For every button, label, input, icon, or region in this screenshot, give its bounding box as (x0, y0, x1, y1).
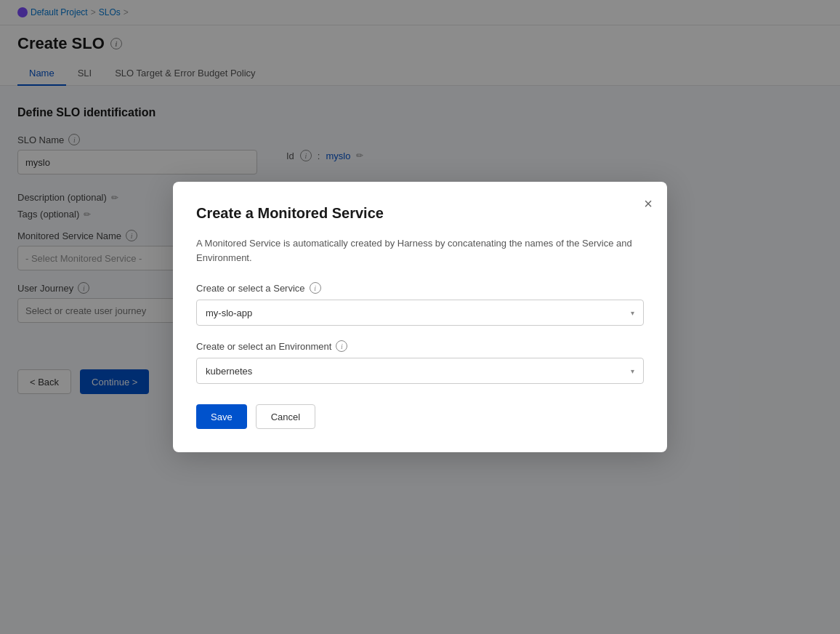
modal-title: Create a Monitored Service (196, 205, 644, 222)
modal: × Create a Monitored Service A Monitored… (173, 182, 667, 452)
modal-service-select[interactable]: my-slo-app ▾ (196, 300, 644, 326)
modal-environment-label: Create or select an Environment i (196, 340, 644, 352)
modal-service-info-icon[interactable]: i (310, 282, 321, 294)
modal-environment-chevron-icon: ▾ (631, 367, 634, 375)
modal-service-label: Create or select a Service i (196, 282, 644, 294)
modal-environment-select[interactable]: kubernetes ▾ (196, 358, 644, 384)
modal-service-group: Create or select a Service i my-slo-app … (196, 282, 644, 326)
modal-environment-group: Create or select an Environment i kubern… (196, 340, 644, 384)
modal-description: A Monitored Service is automatically cre… (196, 236, 644, 265)
modal-save-button[interactable]: Save (196, 404, 247, 429)
modal-environment-info-icon[interactable]: i (336, 340, 347, 352)
modal-cancel-button[interactable]: Cancel (256, 404, 315, 429)
modal-service-chevron-icon: ▾ (631, 309, 634, 317)
modal-actions: Save Cancel (196, 404, 644, 429)
modal-overlay: × Create a Monitored Service A Monitored… (0, 0, 840, 634)
modal-close-button[interactable]: × (641, 193, 655, 214)
